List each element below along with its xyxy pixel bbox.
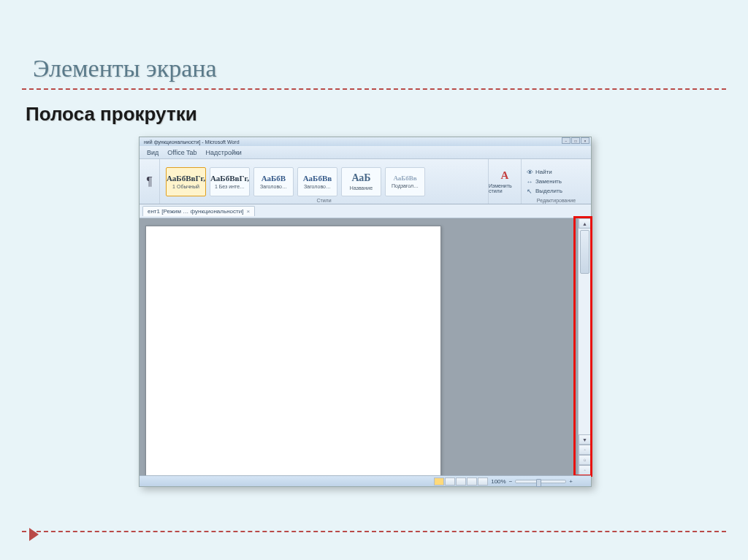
style-sample: АаБбВв (393, 174, 416, 182)
style-name: Название (350, 185, 373, 191)
style-name: Заголово… (304, 184, 331, 189)
document-tab-bar: ент1 [Режим … функциональности] × (140, 204, 591, 218)
style-sample: АаБбВвГг, (210, 174, 249, 183)
replace-label: Заменить (535, 178, 562, 185)
editing-group: 👁 Найти ↔ Заменить ↖ Выделить Редактиров… (522, 159, 591, 204)
print-layout-view-button[interactable] (434, 477, 444, 486)
select-label: Выделить (535, 188, 562, 194)
tab-addins[interactable]: Надстройки (206, 149, 242, 156)
ribbon: ¶ АаБбВвГг, 1 Обычный АаБбВвГг, 1 Без ин… (140, 159, 591, 204)
styles-group: АаБбВвГг, 1 Обычный АаБбВвГг, 1 Без инте… (160, 159, 489, 204)
word-titlebar: ний функциональности] - Microsoft Word −… (140, 137, 591, 146)
replace-button[interactable]: ↔ Заменить (526, 178, 587, 185)
close-button[interactable]: × (581, 137, 589, 144)
tab-office-tab[interactable]: Office Tab (167, 149, 196, 156)
find-button[interactable]: 👁 Найти (526, 169, 587, 176)
zoom-level[interactable]: 100% (491, 478, 505, 485)
draft-view-button[interactable] (478, 477, 488, 486)
scroll-down-button[interactable]: ▼ (579, 434, 591, 445)
web-layout-view-button[interactable] (456, 477, 466, 486)
document-tab-label: ент1 [Режим … функциональности] (148, 208, 243, 215)
change-styles-label: Изменить стили (489, 183, 521, 193)
select-button[interactable]: ↖ Выделить (526, 188, 587, 195)
vertical-scrollbar[interactable]: ▲ ▼ ◦ ○ ◦ (578, 218, 591, 475)
find-label: Найти (535, 169, 552, 175)
status-bar: 100% − + (140, 475, 591, 486)
document-area: ▲ ▼ ◦ ○ ◦ (140, 218, 591, 475)
minimize-button[interactable]: − (562, 137, 570, 144)
zoom-in-button[interactable]: + (569, 478, 573, 485)
slide-subtitle: Полоса прокрутки (0, 103, 748, 137)
style-no-spacing[interactable]: АаБбВвГг, 1 Без инте… (210, 167, 250, 196)
style-heading2[interactable]: АаБбВв Заголово… (297, 167, 337, 196)
browse-object-button[interactable]: ○ (579, 455, 591, 465)
binoculars-icon: 👁 (526, 169, 533, 176)
scrollbar-track[interactable] (579, 229, 591, 434)
style-normal[interactable]: АаБбВвГг, 1 Обычный (166, 167, 206, 196)
style-name: 1 Без инте… (215, 184, 245, 189)
style-sample: АаБ (351, 172, 370, 184)
paragraph-marks-button[interactable]: ¶ (140, 159, 160, 204)
close-icon[interactable]: × (246, 208, 250, 215)
scrollbar-thumb[interactable] (580, 230, 589, 274)
style-name: Заголово… (260, 184, 287, 189)
titlebar-text: ний функциональности] - Microsoft Word (144, 139, 240, 145)
tab-view[interactable]: Вид (147, 149, 159, 156)
footer-divider (22, 531, 726, 532)
style-heading1[interactable]: АаБбВ Заголово… (253, 167, 294, 196)
style-name: 1 Обычный (172, 184, 199, 189)
replace-icon: ↔ (526, 178, 533, 185)
change-styles-icon: A (501, 169, 509, 182)
document-tab[interactable]: ент1 [Режим … функциональности] × (142, 206, 255, 216)
zoom-out-button[interactable]: − (509, 478, 513, 485)
styles-group-label: Стили (316, 198, 331, 203)
outline-view-button[interactable] (467, 477, 477, 486)
style-name: Подзагол… (392, 183, 419, 188)
style-sample: АаБбВвГг, (167, 174, 205, 183)
change-styles-button[interactable]: A Изменить стили (489, 159, 522, 204)
cursor-icon: ↖ (526, 188, 533, 195)
next-page-button[interactable]: ◦ (579, 465, 591, 475)
ribbon-tabs: Вид Office Tab Надстройки (140, 146, 591, 159)
slide-title: Элементы экрана (0, 0, 748, 88)
word-screenshot: ний функциональности] - Microsoft Word −… (139, 137, 592, 487)
view-mode-buttons (434, 477, 488, 486)
style-title[interactable]: АаБ Название (341, 167, 381, 196)
document-page[interactable] (145, 226, 441, 477)
zoom-slider[interactable] (515, 480, 566, 483)
editing-group-label: Редактирование (537, 198, 576, 203)
full-screen-view-button[interactable] (445, 477, 455, 486)
prev-page-button[interactable]: ◦ (579, 445, 591, 455)
style-subtitle[interactable]: АаБбВв Подзагол… (385, 167, 425, 196)
window-controls: − □ × (562, 137, 589, 144)
style-sample: АаБбВ (262, 174, 286, 183)
maximize-button[interactable]: □ (571, 137, 580, 144)
style-sample: АаБбВв (303, 174, 332, 183)
scroll-up-button[interactable]: ▲ (579, 218, 591, 229)
next-slide-arrow-icon[interactable] (29, 528, 39, 541)
title-underline (22, 88, 726, 90)
